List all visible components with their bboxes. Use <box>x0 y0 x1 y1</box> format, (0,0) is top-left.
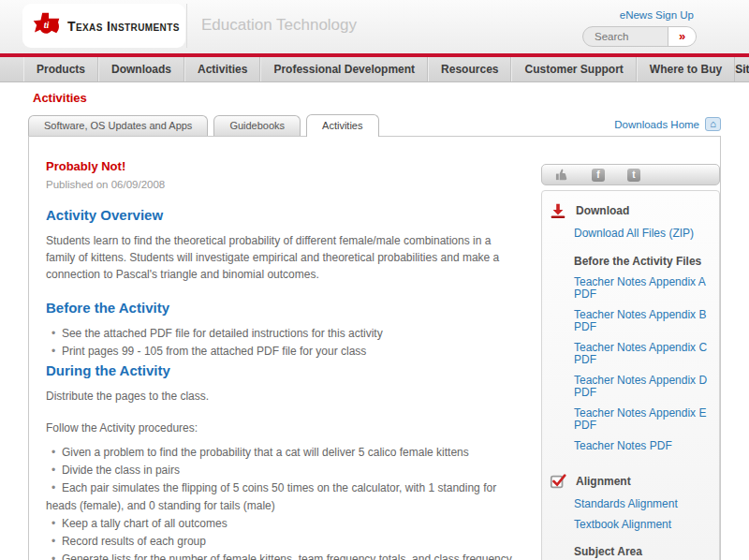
before-activity-list: See the attached PDF file for detailed i… <box>46 325 512 361</box>
during-intro-2: Follow the Activity procedures: <box>46 420 512 436</box>
ti-logo-icon: ti <box>32 11 61 40</box>
list-item: Each pair simulates the flipping of 5 co… <box>46 479 512 515</box>
svg-text:ti: ti <box>44 20 50 30</box>
alignment-section: Alignment <box>542 473 719 490</box>
overview-text: Students learn to find the theoretical p… <box>46 232 512 283</box>
site-header: ti Texas Instruments Education Technolog… <box>0 0 749 53</box>
during-intro-1: Distribute the pages to the class. <box>46 388 512 405</box>
downloads-home: Downloads Home ⌂ <box>614 117 721 131</box>
twitter-icon[interactable]: t <box>627 169 640 182</box>
file-link-teacher-notes[interactable]: Teacher Notes PDF <box>574 440 719 452</box>
nav-item-downloads[interactable]: Downloads <box>98 57 184 81</box>
search-box: » <box>582 26 697 47</box>
download-all-files-link[interactable]: Download All Files (ZIP) <box>574 228 719 240</box>
standards-alignment-link[interactable]: Standards Alignment <box>574 498 719 510</box>
list-item: Given a problem to find the probability … <box>46 444 512 462</box>
page-title: Activities <box>33 91 749 105</box>
site-picker: Site US and Canada <box>735 57 749 81</box>
tab-guidebooks[interactable]: Guidebooks <box>213 115 301 136</box>
nav-item-products[interactable]: Products <box>23 57 98 81</box>
files-heading: Before the Activity Files <box>574 255 719 268</box>
textbook-alignment-link[interactable]: Textbook Alignment <box>574 519 719 531</box>
division-label: Education Technology <box>201 16 357 35</box>
alignment-heading: Alignment <box>576 475 631 488</box>
download-icon <box>550 202 566 219</box>
list-item: Print pages 99 - 105 from the attached P… <box>46 343 512 361</box>
file-link-appendix-d[interactable]: Teacher Notes Appendix D PDF <box>574 375 719 399</box>
file-link-appendix-a[interactable]: Teacher Notes Appendix A PDF <box>574 276 719 301</box>
download-heading: Download <box>576 204 629 217</box>
during-activity-list: Given a problem to find the probability … <box>46 444 512 560</box>
home-icon[interactable]: ⌂ <box>705 117 721 131</box>
list-item: Divide the class in pairs <box>46 462 512 479</box>
subject-area-heading: Subject Area <box>574 545 719 558</box>
like-button[interactable] <box>555 168 569 182</box>
header-divider <box>186 4 187 48</box>
search-input[interactable] <box>583 27 668 46</box>
section-heading-before-activity: Before the Activity <box>46 300 512 316</box>
checkmark-icon <box>550 473 566 490</box>
list-item: Generate lists for the number of female … <box>46 551 512 560</box>
section-heading-during-activity: During the Activity <box>46 362 512 378</box>
list-item: See the attached PDF file for detailed i… <box>46 325 512 343</box>
nav-item-resources[interactable]: Resources <box>428 57 511 81</box>
content-box: Probably Not! Published on 06/09/2008 Ac… <box>28 136 721 560</box>
downloads-home-link[interactable]: Downloads Home <box>614 119 699 130</box>
social-bar: f t <box>541 164 720 185</box>
article: Probably Not! Published on 06/09/2008 Ac… <box>29 137 512 560</box>
article-title: Probably Not! <box>46 159 512 173</box>
nav-item-customer-support[interactable]: Customer Support <box>511 57 636 81</box>
brand-link[interactable]: ti Texas Instruments <box>22 4 185 48</box>
main-nav: Products Downloads Activities Profession… <box>0 57 749 82</box>
list-item: Keep a tally chart of all outcomes <box>46 515 512 533</box>
sidebar-panel: Download Download All Files (ZIP) Before… <box>541 190 720 560</box>
download-section: Download <box>542 202 719 219</box>
tab-software-os-updates-apps[interactable]: Software, OS Updates and Apps <box>28 115 208 136</box>
enews-signup-link[interactable]: eNews Sign Up <box>620 9 694 21</box>
brand-name: Texas Instruments <box>67 19 180 34</box>
file-link-appendix-e[interactable]: Teacher Notes Appendix E PDF <box>574 407 719 432</box>
file-link-appendix-c[interactable]: Teacher Notes Appendix C PDF <box>574 342 719 366</box>
published-date: Published on 06/09/2008 <box>46 179 512 190</box>
tab-activities[interactable]: Activities <box>306 114 378 137</box>
site-label: Site <box>735 57 749 81</box>
thumbs-up-icon <box>555 168 569 182</box>
search-button[interactable]: » <box>668 27 696 46</box>
file-link-appendix-b[interactable]: Teacher Notes Appendix B PDF <box>574 309 719 333</box>
nav-item-activities[interactable]: Activities <box>184 57 260 81</box>
sidebar: f t Download Download All Files (ZIP) Be… <box>541 164 720 560</box>
facebook-icon[interactable]: f <box>592 169 605 182</box>
tabs-row: Software, OS Updates and Apps Guidebooks… <box>28 113 721 136</box>
nav-item-professional-development[interactable]: Professional Development <box>260 57 428 81</box>
section-heading-activity-overview: Activity Overview <box>46 207 512 223</box>
list-item: Record results of each group <box>46 533 512 551</box>
nav-item-where-to-buy[interactable]: Where to Buy <box>637 57 735 81</box>
page: ti Texas Instruments Education Technolog… <box>0 0 749 560</box>
